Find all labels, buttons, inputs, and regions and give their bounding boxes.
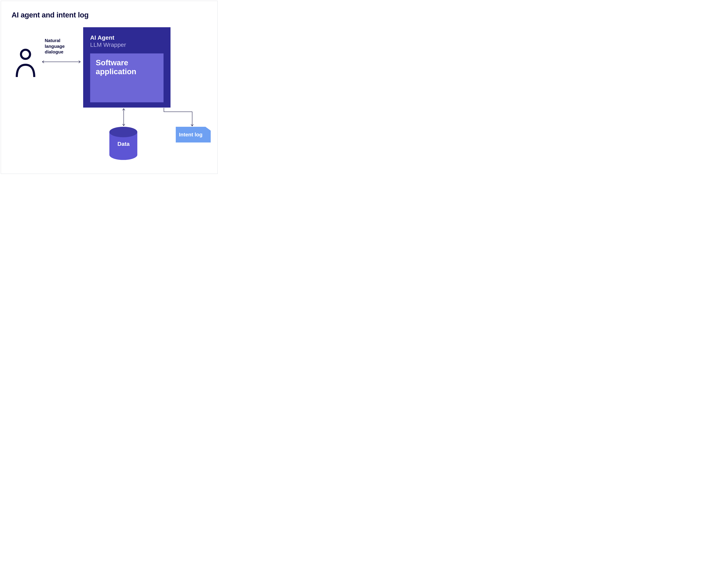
user-icon (15, 48, 36, 78)
dialogue-line3: dialogue (45, 49, 63, 54)
diagram-title: AI agent and intent log (11, 11, 88, 19)
diagram-frame: AI agent and intent log Natural language… (1, 1, 218, 174)
data-label: Data (116, 141, 130, 147)
dialogue-label: Natural language dialogue (45, 38, 64, 55)
dialogue-arrow (41, 60, 81, 63)
data-arrow (122, 108, 125, 127)
software-application-box: Software application (90, 53, 163, 102)
intent-arrow (163, 108, 195, 129)
ai-agent-subtitle: LLM Wrapper (90, 42, 163, 48)
software-line1: Software (96, 58, 128, 67)
software-line2: application (96, 67, 136, 76)
software-application-label: Software application (96, 58, 158, 76)
ai-agent-title: AI Agent (90, 34, 163, 41)
svg-point-3 (109, 127, 137, 137)
svg-point-4 (109, 150, 137, 160)
dialogue-line1: Natural (45, 38, 60, 43)
intent-log-label: Intent log (179, 132, 203, 138)
ai-agent-box: AI Agent LLM Wrapper Software applicatio… (83, 27, 171, 108)
svg-point-0 (21, 50, 30, 59)
dialogue-line2: language (45, 44, 64, 49)
